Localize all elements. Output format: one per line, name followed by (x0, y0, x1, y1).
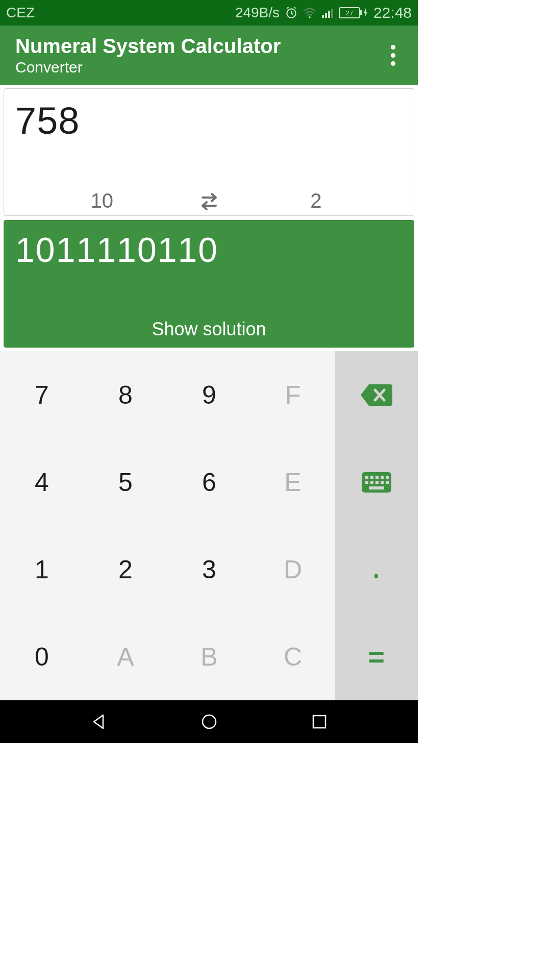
keypad: 7 8 9 F 4 5 6 E 1 2 3 D 0 A B C (0, 351, 418, 700)
battery-icon: 27 (339, 7, 368, 18)
decimal-button[interactable]: . (335, 526, 418, 613)
keyboard-icon (361, 471, 392, 494)
signal-icon (321, 7, 334, 18)
nav-recent-icon (312, 714, 327, 729)
svg-rect-15 (375, 481, 379, 484)
nav-home-icon (201, 713, 218, 730)
svg-rect-6 (360, 10, 362, 15)
svg-rect-11 (381, 476, 384, 479)
input-value[interactable]: 758 (15, 99, 403, 142)
svg-rect-1 (322, 15, 324, 18)
output-value: 1011110110 (15, 230, 403, 270)
status-carrier: CEZ (6, 5, 35, 21)
key-1[interactable]: 1 (0, 526, 84, 613)
key-d[interactable]: D (251, 526, 335, 613)
key-5[interactable]: 5 (84, 438, 167, 526)
key-0[interactable]: 0 (0, 613, 84, 700)
svg-rect-4 (331, 9, 333, 18)
more-options-icon[interactable] (380, 45, 406, 66)
keyboard-button[interactable] (335, 438, 418, 526)
key-4[interactable]: 4 (0, 438, 84, 526)
app-title: Numeral System Calculator (15, 35, 380, 58)
svg-rect-16 (381, 481, 384, 484)
svg-rect-17 (386, 481, 389, 484)
swap-arrows-icon (195, 190, 223, 212)
status-time: 22:48 (373, 4, 412, 21)
svg-point-19 (203, 715, 216, 728)
backspace-icon (360, 382, 393, 408)
nav-back-button[interactable] (86, 709, 111, 734)
svg-rect-20 (313, 716, 325, 728)
key-7[interactable]: 7 (0, 351, 84, 438)
status-bar: CEZ 249B/s 27 22:48 (0, 0, 418, 26)
svg-rect-10 (375, 476, 379, 479)
key-c[interactable]: C (251, 613, 335, 700)
svg-rect-13 (365, 481, 368, 484)
swap-button[interactable] (189, 190, 230, 212)
base-row: 10 2 (15, 189, 403, 212)
svg-rect-12 (386, 476, 389, 479)
key-f[interactable]: F (251, 351, 335, 438)
svg-rect-9 (370, 476, 373, 479)
svg-rect-2 (325, 13, 327, 18)
key-3[interactable]: 3 (167, 526, 251, 613)
svg-rect-8 (365, 476, 368, 479)
key-2[interactable]: 2 (84, 526, 167, 613)
show-solution-button[interactable]: Show solution (152, 318, 266, 342)
status-right: 249B/s 27 22:48 (35, 4, 412, 21)
from-base[interactable]: 10 (15, 189, 189, 212)
output-card: 1011110110 Show solution (4, 220, 414, 348)
to-base[interactable]: 2 (230, 189, 403, 212)
app-subtitle: Converter (15, 59, 380, 76)
wifi-icon (303, 7, 316, 18)
alarm-icon (285, 6, 298, 19)
input-card: 758 10 2 (4, 88, 414, 216)
svg-rect-14 (370, 481, 373, 484)
app-titles: Numeral System Calculator Converter (15, 35, 380, 76)
content: 758 10 2 1011110110 Show solution (0, 85, 418, 351)
svg-rect-3 (328, 11, 330, 18)
backspace-button[interactable] (335, 351, 418, 438)
status-speed: 249B/s (235, 5, 280, 21)
key-a[interactable]: A (84, 613, 167, 700)
keypad-side: . = (335, 351, 418, 700)
nav-recent-button[interactable] (307, 709, 332, 734)
screen: CEZ 249B/s 27 22:48 Numeral System Calcu… (0, 0, 418, 743)
key-8[interactable]: 8 (84, 351, 167, 438)
key-9[interactable]: 9 (167, 351, 251, 438)
key-6[interactable]: 6 (167, 438, 251, 526)
app-bar: Numeral System Calculator Converter (0, 26, 418, 85)
svg-point-0 (309, 16, 310, 18)
nav-home-button[interactable] (197, 709, 221, 734)
svg-rect-18 (369, 486, 384, 489)
key-e[interactable]: E (251, 438, 335, 526)
key-b[interactable]: B (167, 613, 251, 700)
nav-back-icon (90, 713, 107, 730)
battery-level: 27 (346, 9, 353, 17)
navigation-bar (0, 700, 418, 743)
keypad-main: 7 8 9 F 4 5 6 E 1 2 3 D 0 A B C (0, 351, 335, 700)
equals-button[interactable]: = (335, 613, 418, 700)
